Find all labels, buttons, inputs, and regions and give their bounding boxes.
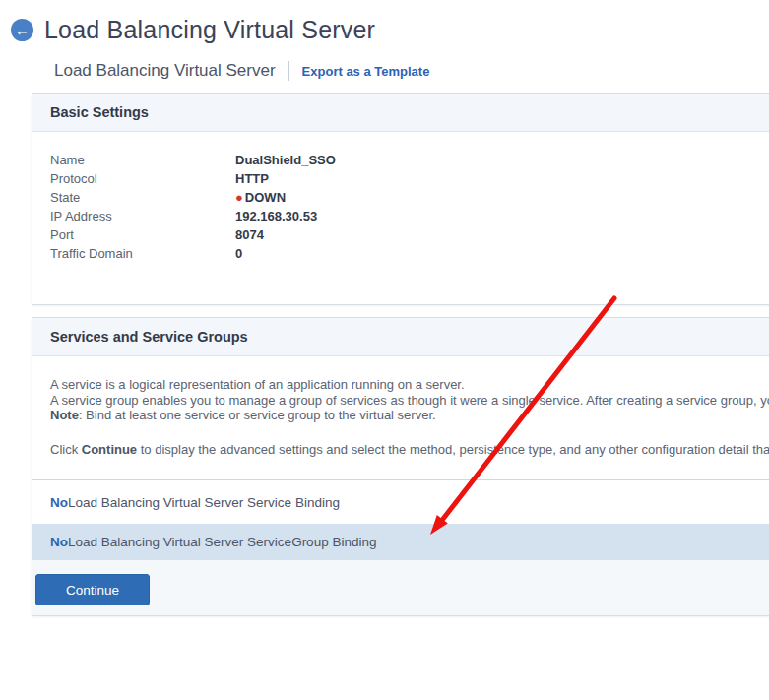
- status-badge: ●DOWN: [235, 188, 286, 207]
- servicegroup-binding-row[interactable]: No Load Balancing Virtual Server Service…: [32, 524, 769, 560]
- services-panel-footer: Continue: [32, 560, 769, 615]
- note-text: : Bind at least one service or service g…: [79, 408, 436, 422]
- field-label: Protocol: [50, 169, 235, 188]
- field-label: IP Address: [50, 207, 235, 225]
- field-label: Port: [50, 225, 235, 244]
- basic-settings-header: Basic Settings: [32, 94, 769, 132]
- services-description: A service is a logical representation of…: [32, 356, 769, 457]
- page-title: Load Balancing Virtual Server: [44, 16, 375, 44]
- field-label: Name: [50, 151, 235, 169]
- field-row-name: Name DualShield_SSO: [50, 151, 769, 169]
- field-value: HTTP: [235, 169, 269, 188]
- services-panel: Services and Service Groups A service is…: [32, 317, 769, 616]
- services-panel-header: Services and Service Groups: [32, 318, 769, 356]
- field-value: DualShield_SSO: [235, 151, 336, 169]
- field-value: 8074: [235, 225, 264, 244]
- click-pre: Click: [50, 442, 82, 457]
- state-value: DOWN: [245, 188, 286, 207]
- field-row-state: State ●DOWN: [50, 188, 769, 207]
- service-binding-row[interactable]: No Load Balancing Virtual Server Service…: [32, 480, 769, 524]
- click-continue-line: Click Continue to display the advanced s…: [50, 442, 769, 458]
- field-label: State: [50, 188, 235, 207]
- field-label: Traffic Domain: [50, 244, 235, 263]
- click-rest: to display the advanced settings and sel…: [137, 442, 769, 457]
- service-description-line-2: A service group enables you to manage a …: [50, 393, 769, 409]
- state-down-dot-icon: ●: [235, 191, 243, 204]
- field-row-port: Port 8074: [50, 225, 769, 244]
- page-header: ← Load Balancing Virtual Server: [0, 0, 769, 44]
- basic-settings-fields: Name DualShield_SSO Protocol HTTP State …: [32, 132, 769, 304]
- note-label: Note: [50, 408, 79, 422]
- export-as-template-link[interactable]: Export as a Template: [302, 64, 430, 79]
- service-note-line: Note: Bind at least one service or servi…: [50, 408, 769, 423]
- field-value: 0: [235, 244, 242, 263]
- no-count-label: No: [50, 495, 68, 510]
- subnav: Load Balancing Virtual Server Export as …: [54, 60, 769, 82]
- subnav-divider: [288, 61, 289, 81]
- binding-label: Load Balancing Virtual Server ServiceGro…: [68, 535, 376, 549]
- service-description-line-1: A service is a logical representation of…: [50, 377, 769, 393]
- continue-button[interactable]: Continue: [35, 574, 150, 605]
- field-row-ip-address: IP Address 192.168.30.53: [50, 207, 769, 225]
- back-arrow-icon: ←: [15, 23, 30, 37]
- basic-settings-panel: Basic Settings Name DualShield_SSO Proto…: [32, 93, 769, 305]
- field-value: 192.168.30.53: [235, 207, 317, 225]
- back-button[interactable]: ←: [11, 19, 33, 41]
- click-continue-word: Continue: [82, 442, 137, 457]
- field-row-traffic-domain: Traffic Domain 0: [50, 244, 769, 263]
- no-count-label: No: [50, 535, 68, 549]
- tab-load-balancing-virtual-server[interactable]: Load Balancing Virtual Server: [54, 61, 276, 81]
- binding-label: Load Balancing Virtual Server Service Bi…: [68, 495, 340, 510]
- field-row-protocol: Protocol HTTP: [50, 169, 769, 188]
